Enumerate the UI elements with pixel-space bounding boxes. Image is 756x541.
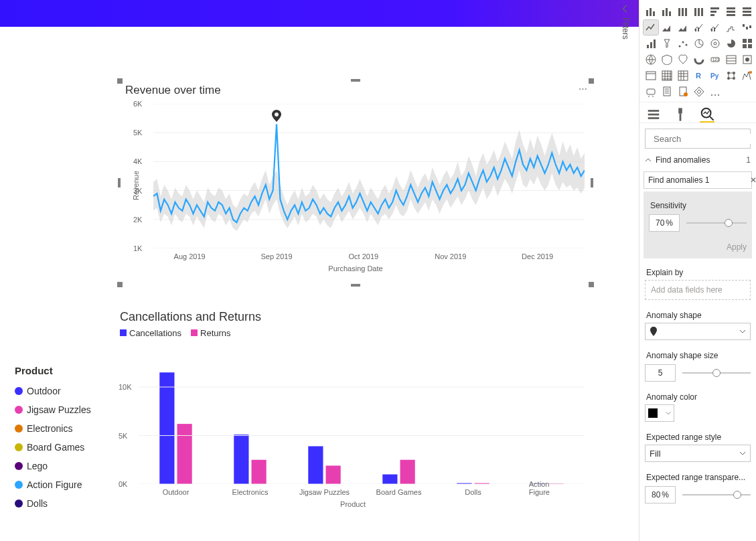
viz-type-icon[interactable]: 123 (708, 52, 723, 67)
anomaly-color-picker[interactable] (645, 404, 674, 422)
slicer-item[interactable]: Electronics (15, 419, 108, 438)
anomaly-marker-icon[interactable] (272, 110, 281, 124)
anomaly-shape-select[interactable] (645, 323, 751, 340)
color-dot-icon (15, 499, 23, 508)
svg-point-7 (275, 112, 279, 117)
viz-type-icon[interactable] (644, 84, 658, 99)
viz-type-icon[interactable] (644, 20, 658, 35)
viz-type-icon[interactable] (660, 52, 674, 67)
viz-type-icon[interactable] (692, 36, 706, 51)
viz-type-icon[interactable] (676, 52, 690, 67)
resize-handle[interactable] (351, 284, 360, 287)
svg-point-89 (718, 94, 719, 96)
viz-type-icon[interactable] (644, 68, 658, 83)
legend-item[interactable]: Cancellations (120, 328, 181, 338)
svg-rect-28 (669, 11, 671, 16)
viz-type-icon[interactable] (676, 84, 690, 99)
viz-type-icon[interactable] (740, 36, 755, 51)
apply-button[interactable]: Apply (649, 242, 747, 252)
viz-type-icon[interactable] (692, 4, 706, 19)
search-box[interactable] (645, 129, 751, 149)
viz-type-icon[interactable] (644, 52, 658, 67)
x-tick-label: Aug 2019 (174, 252, 206, 260)
viz-type-icon[interactable] (660, 4, 674, 19)
resize-handle[interactable] (589, 78, 594, 84)
transparency-slider[interactable] (682, 490, 751, 499)
visualization-picker: 123RPy (639, 0, 756, 102)
viz-type-icon[interactable] (692, 20, 706, 35)
color-dot-icon (15, 387, 23, 395)
viz-type-icon[interactable] (724, 52, 739, 67)
svg-rect-92 (648, 117, 660, 119)
slicer-item[interactable]: Dolls (15, 494, 108, 513)
svg-point-55 (682, 42, 684, 44)
anomaly-card[interactable]: Find anomalies 1 ✕ (644, 171, 752, 189)
slicer-item[interactable]: Action Figure (15, 475, 108, 494)
resize-handle[interactable] (351, 79, 360, 82)
svg-rect-40 (727, 14, 735, 16)
more-icon[interactable]: ⋯ (579, 84, 587, 94)
svg-rect-47 (714, 27, 715, 31)
sensitivity-label: Sensitivity (650, 201, 745, 210)
fields-tab-icon[interactable] (646, 106, 661, 123)
viz-type-icon[interactable] (740, 20, 755, 35)
viz-type-icon[interactable] (724, 36, 739, 51)
viz-type-icon[interactable] (740, 68, 755, 83)
sensitivity-value-box[interactable]: 70% (649, 214, 680, 232)
slicer-item[interactable]: Jigsaw Puzzles (15, 400, 108, 419)
line-chart-visual[interactable]: ⋯ Revenue over time Revenue Purchasing D… (119, 80, 592, 285)
viz-type-icon[interactable] (740, 52, 755, 67)
viz-type-icon[interactable] (676, 20, 690, 35)
viz-type-icon[interactable] (708, 84, 723, 99)
format-tab-icon[interactable] (673, 106, 688, 123)
bar-chart-visual[interactable]: Cancellations and Returns Cancellations … (114, 307, 592, 521)
slicer-item[interactable]: Outdoor (15, 382, 108, 400)
svg-rect-8 (159, 372, 174, 484)
viz-type-icon[interactable] (676, 4, 690, 19)
slicer-item[interactable]: Board Games (15, 438, 108, 457)
viz-type-icon[interactable] (644, 36, 658, 51)
viz-type-icon[interactable] (660, 68, 674, 83)
viz-type-icon[interactable] (676, 68, 690, 83)
viz-type-icon[interactable] (708, 36, 723, 51)
slicer-item-label: Jigsaw Puzzles (27, 404, 91, 415)
resize-handle[interactable] (589, 282, 594, 287)
shape-size-slider[interactable] (682, 368, 751, 378)
explain-by-dropzone[interactable]: Add data fields here (645, 280, 751, 300)
viz-type-icon[interactable] (644, 4, 658, 19)
viz-type-icon[interactable] (724, 4, 739, 19)
filters-pane-collapsed[interactable]: Filters (617, 2, 633, 62)
resize-handle[interactable] (117, 282, 123, 287)
x-tick-label: Nov 2019 (435, 252, 466, 260)
resize-handle[interactable] (117, 78, 123, 84)
viz-type-icon[interactable] (676, 36, 690, 51)
close-icon[interactable]: ✕ (750, 175, 756, 185)
svg-point-59 (714, 42, 716, 45)
legend-item[interactable]: Returns (191, 328, 231, 338)
viz-type-icon[interactable]: R (692, 68, 706, 83)
slicer-item[interactable]: Lego (15, 457, 108, 475)
viz-type-icon[interactable] (724, 68, 739, 83)
viz-type-icon[interactable] (660, 20, 674, 35)
product-slicer[interactable]: Product OutdoorJigsaw PuzzlesElectronics… (15, 365, 108, 513)
transparency-value-box[interactable]: 80% (645, 486, 676, 504)
viz-type-icon[interactable] (708, 4, 723, 19)
viz-type-icon[interactable] (660, 84, 674, 99)
viz-type-icon[interactable] (692, 52, 706, 67)
svg-rect-31 (685, 8, 687, 16)
shape-size-value-box[interactable]: 5 (645, 364, 676, 382)
svg-rect-46 (711, 29, 712, 31)
find-anomalies-section[interactable]: Find anomalies 1 (639, 151, 756, 169)
viz-type-icon[interactable] (708, 20, 723, 35)
viz-type-icon[interactable]: Py (708, 68, 723, 83)
marker-shape-icon (650, 327, 658, 336)
viz-type-icon[interactable] (724, 20, 739, 35)
sensitivity-slider[interactable] (686, 218, 747, 228)
viz-type-icon[interactable] (740, 4, 755, 19)
viz-type-icon[interactable] (660, 36, 674, 51)
search-input[interactable] (654, 134, 756, 144)
analytics-tab-icon[interactable] (700, 106, 714, 123)
color-dot-icon (15, 481, 23, 489)
expected-range-style-select[interactable]: Fill (645, 445, 751, 462)
viz-type-icon[interactable] (692, 84, 706, 99)
